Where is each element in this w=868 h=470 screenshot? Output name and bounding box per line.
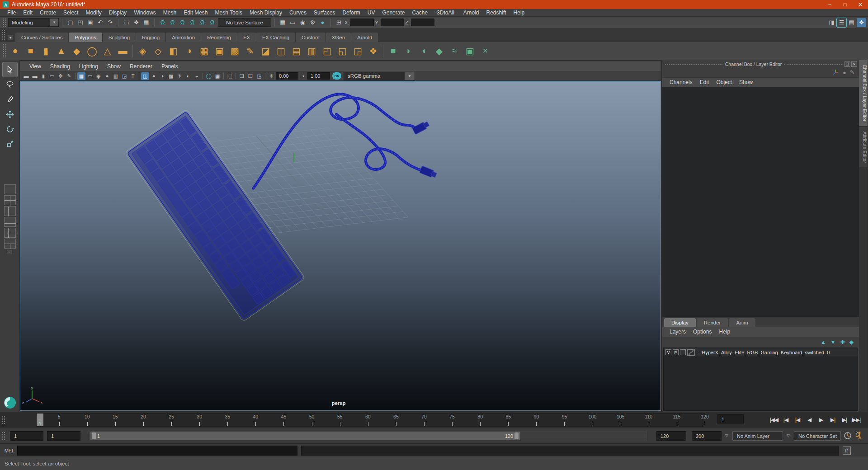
viewport-menu-show[interactable]: Show: [103, 63, 125, 70]
move-tool[interactable]: [3, 107, 17, 122]
snap-to-view-plane-icon[interactable]: Ω: [198, 18, 207, 27]
current-time-field[interactable]: 1: [717, 414, 744, 424]
save-scene-icon[interactable]: ▣: [85, 18, 95, 27]
ipr-render-icon[interactable]: ◉: [298, 18, 307, 27]
grid-toggle-icon[interactable]: ▦: [77, 72, 85, 80]
step-forward-key-button[interactable]: ▶|: [827, 414, 838, 425]
extract-icon[interactable]: ◧: [166, 44, 181, 58]
go-to-end-button[interactable]: ▶▶|: [851, 414, 862, 425]
live-surface-field[interactable]: No Live Surface: [218, 18, 271, 27]
shelf-tab-rigging[interactable]: Rigging: [136, 33, 165, 42]
viewport-menu-renderer[interactable]: Renderer: [125, 63, 157, 70]
shelf-grip[interactable]: [2, 30, 5, 41]
lasso-select-tool[interactable]: [3, 77, 17, 92]
poly-pyramid-icon[interactable]: △: [100, 44, 115, 58]
animation-end-field[interactable]: 200: [692, 431, 722, 441]
layer-editor-tab-render[interactable]: Render: [697, 318, 728, 327]
shadows-icon[interactable]: ◐: [184, 72, 192, 80]
exposure-field[interactable]: 0.00: [276, 72, 298, 80]
relax-sculpt-icon[interactable]: ◖: [416, 44, 431, 58]
chevron-down-icon[interactable]: ▽: [725, 433, 728, 438]
select-component-icon[interactable]: ▦: [142, 18, 151, 27]
speed-state-icon[interactable]: ●: [843, 69, 846, 76]
poly-cube-icon[interactable]: ■: [23, 44, 38, 58]
viewport-menu-shading[interactable]: Shading: [46, 63, 75, 70]
gamma-field[interactable]: 1.00: [307, 72, 330, 80]
redo-icon[interactable]: ↷: [105, 18, 115, 27]
erase-sculpt-icon[interactable]: ×: [478, 44, 493, 58]
shaded-icon[interactable]: ●: [150, 72, 158, 80]
menu-redshift[interactable]: Redshift: [483, 9, 510, 16]
film-gate-icon[interactable]: ▭: [86, 72, 94, 80]
snap-to-point-icon[interactable]: Ω: [178, 18, 187, 27]
shelf-tab-curves-surfaces[interactable]: Curves / Surfaces: [15, 33, 68, 42]
step-back-key-button[interactable]: |◀: [792, 414, 803, 425]
view-transform-dropdown[interactable]: sRGB gamma ▼: [344, 72, 415, 80]
textured-icon[interactable]: ▩: [167, 72, 175, 80]
range-slider-selected[interactable]: 1 120: [90, 432, 520, 440]
gate-mask-icon[interactable]: ●: [103, 72, 111, 80]
menu-arnold[interactable]: Arnold: [460, 9, 483, 16]
layer-editor-tab-display[interactable]: Display: [664, 318, 696, 327]
persp-graph-layout[interactable]: [4, 217, 16, 227]
extrude-icon[interactable]: ◪: [258, 44, 273, 58]
layer-editor-tab-anim[interactable]: Anim: [729, 318, 755, 327]
grease-pencil-icon[interactable]: ✎: [65, 72, 73, 80]
viewport-menu-panels[interactable]: Panels: [157, 63, 183, 70]
side-tab-channel-box-layer-editor[interactable]: Channel Box / Layer Editor: [859, 60, 868, 126]
camera-tools-icon[interactable]: ✥: [57, 72, 65, 80]
grab-sculpt-icon[interactable]: ◆: [432, 44, 447, 58]
combine-icon[interactable]: ◈: [135, 44, 150, 58]
layer-editor-menu-layers[interactable]: Layers: [666, 329, 689, 335]
command-language-label[interactable]: MEL: [2, 448, 17, 453]
wireframe-icon[interactable]: ◫: [141, 72, 149, 80]
menu-help[interactable]: Help: [510, 9, 528, 16]
menu-deform[interactable]: Deform: [339, 9, 363, 16]
script-editor-icon[interactable]: {;}: [843, 446, 851, 455]
poly-cone-icon[interactable]: ▲: [54, 44, 69, 58]
menu-windows[interactable]: Windows: [130, 9, 160, 16]
four-pane-layout[interactable]: [4, 195, 16, 205]
reduce-icon[interactable]: ▩: [227, 44, 242, 58]
y-coordinate-field[interactable]: Y:: [375, 19, 404, 26]
panel-drag-handle[interactable]: [784, 64, 842, 66]
menu-select[interactable]: Select: [60, 9, 82, 16]
pinch-sculpt-icon[interactable]: ≈: [447, 44, 462, 58]
xray-icon[interactable]: ❏: [238, 72, 246, 80]
color-management-toggle[interactable]: ON: [332, 72, 341, 80]
range-grip[interactable]: [2, 432, 5, 440]
poly-sphere-icon[interactable]: ●: [8, 44, 23, 58]
menu-edit-mesh[interactable]: Edit Mesh: [180, 9, 211, 16]
render-settings-icon[interactable]: ⚙: [308, 18, 317, 27]
snap-to-grid-icon[interactable]: Ω: [158, 18, 167, 27]
plate-icon[interactable]: ◳: [255, 72, 263, 80]
playback-end-field[interactable]: 120: [656, 431, 686, 441]
motion-blur-icon[interactable]: ◯: [205, 72, 213, 80]
viewport-menu-lighting[interactable]: Lighting: [75, 63, 103, 70]
bridge-icon[interactable]: ▤: [289, 44, 304, 58]
menu-3dtoall[interactable]: -3DtoAll-: [431, 9, 460, 16]
paint-select-tool[interactable]: [3, 92, 17, 107]
timeline-grip[interactable]: [2, 415, 5, 425]
isolate-select-icon[interactable]: ⬚: [226, 72, 234, 80]
occlusion-icon[interactable]: ◒: [193, 72, 201, 80]
modeling-toolkit-toggle-icon[interactable]: ❖: [857, 18, 866, 27]
layer-visibility-toggle[interactable]: V: [665, 349, 671, 355]
menu-cache[interactable]: Cache: [408, 9, 431, 16]
smooth-sculpt-icon[interactable]: ◗: [401, 44, 416, 58]
layer-list[interactable]: V P ...:HyperX_Alloy_Elite_RGB_Gaming_Ke…: [663, 348, 858, 411]
shelf-tab-fx-caching[interactable]: FX Caching: [256, 33, 295, 42]
tool-settings-toggle-icon[interactable]: ☰: [837, 18, 846, 27]
3d-viewport[interactable]: y x z persp: [20, 81, 661, 411]
flip-triangle-icon[interactable]: ◱: [335, 44, 350, 58]
shelf-menu-button[interactable]: ▾: [7, 35, 14, 40]
shelf-tab-rendering[interactable]: Rendering: [201, 33, 237, 42]
edit-pencil-icon[interactable]: ✎: [850, 69, 854, 75]
exposure-icon[interactable]: ✳: [267, 72, 275, 80]
layer-color-swatch[interactable]: [687, 349, 695, 356]
field-chart-icon[interactable]: ▥: [112, 72, 120, 80]
manipulator-icon[interactable]: [832, 69, 839, 76]
make-live-icon[interactable]: Ω: [208, 18, 217, 27]
shelf-icons-grip[interactable]: [3, 43, 6, 58]
channel-box-menu-object[interactable]: Object: [712, 79, 736, 85]
